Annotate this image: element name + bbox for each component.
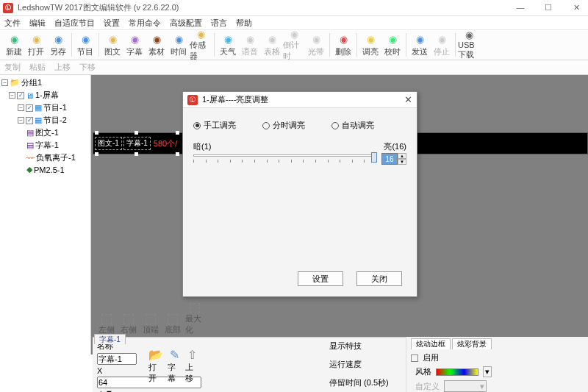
spin-up[interactable]: ▲: [398, 153, 406, 159]
tool-打开[interactable]: ◉打开: [25, 31, 47, 59]
preview-cell-1[interactable]: 图文-1: [95, 137, 122, 150]
tool-时间[interactable]: ◉时间: [168, 31, 190, 59]
brightness-dialog: Ⓛ 1-屏幕----亮度调整 ✕ 手工调亮 分时调亮 自动调亮 暗(1) 亮(1…: [182, 91, 417, 297]
menu-高级配置[interactable]: 高级配置: [170, 18, 202, 29]
close-button[interactable]: ✕: [567, 3, 585, 13]
tool-光带: ◉光带: [305, 31, 327, 59]
prop-name-input[interactable]: [97, 353, 137, 365]
tree-图文-1[interactable]: ▤ 图文-1: [1, 126, 89, 139]
menu-语言[interactable]: 语言: [211, 18, 227, 29]
dialog-icon: Ⓛ: [187, 95, 198, 105]
tool-表格: ◉表格: [261, 31, 283, 59]
align-顶端[interactable]: 顶端: [141, 314, 160, 335]
spin-down[interactable]: ▼: [398, 159, 406, 165]
window-title: LedshowTW 2017图文编辑软件 (v 22.6.22.0): [18, 2, 179, 13]
menu-设置[interactable]: 设置: [104, 18, 120, 29]
dialog-set-button[interactable]: 设置: [298, 271, 343, 286]
menu-文件[interactable]: 文件: [4, 18, 21, 29]
preview-text-red: 580个/: [154, 138, 177, 149]
tool-校时[interactable]: ◉校时: [381, 31, 404, 59]
open-button[interactable]: 打开: [148, 362, 163, 384]
align-右侧[interactable]: 右侧: [119, 314, 138, 335]
align-最大化[interactable]: 最大化: [185, 303, 204, 335]
tool-停止: ◉停止: [431, 31, 453, 59]
active-tab-label[interactable]: 字幕-1: [94, 334, 126, 344]
tool-素材[interactable]: ◉素材: [146, 31, 168, 59]
lbl-effect: 显示特技: [329, 341, 362, 352]
property-panel: 名称 X ▲▼ Y ▲▼ 宽度 ▲▼ 高度 ▲▼ 📂打开 ✎字幕 ⇧上移 显示特…: [93, 337, 406, 392]
tool-传感器[interactable]: ◉传感器: [190, 31, 212, 59]
menu-bar: 文件编辑自适应节目设置常用命令高级配置语言帮助: [0, 16, 588, 29]
style-preview[interactable]: [436, 368, 478, 376]
tool-另存[interactable]: ◉另存: [47, 31, 69, 59]
tree-1-屏幕[interactable]: −✓ 🖥 1-屏幕: [1, 89, 89, 101]
sub-上移[interactable]: 上移: [54, 62, 71, 73]
tool-字幕[interactable]: ◉字幕: [123, 31, 146, 59]
prop-x-label: X: [97, 366, 102, 375]
align-toolbar: 左侧右侧顶端底部最大化: [93, 315, 209, 335]
slider-min-label: 暗(1): [193, 141, 211, 152]
align-底部[interactable]: 底部: [163, 314, 182, 335]
sub-粘贴[interactable]: 粘贴: [29, 62, 46, 73]
main-toolbar: ◉新建◉打开◉另存◉节目◉图文◉字幕◉素材◉时间◉传感器◉天气◉语音◉表格◉倒计…: [0, 29, 588, 60]
slider-thumb[interactable]: [371, 152, 377, 163]
brightness-slider[interactable]: [193, 152, 377, 165]
tool-图文[interactable]: ◉图文: [101, 31, 123, 59]
align-左侧[interactable]: 左侧: [97, 314, 116, 335]
tree-字幕-1[interactable]: ▤ 字幕-1: [1, 139, 89, 152]
border-panel: 炫动边框 炫彩背景 启用 风格▾ 自定义▾ 边框特技 顺向转动▾ 移动步长 运行…: [406, 337, 588, 392]
tab-bg[interactable]: 炫彩背景: [452, 338, 492, 349]
tree-节目-2[interactable]: −✓ ▦ 节目-2: [1, 114, 89, 126]
tool-节目[interactable]: ◉节目: [74, 31, 96, 59]
menu-编辑[interactable]: 编辑: [29, 18, 46, 29]
title-bar: Ⓛ LedshowTW 2017图文编辑软件 (v 22.6.22.0) — ☐…: [0, 0, 588, 16]
tool-发送[interactable]: ◉发送: [409, 31, 431, 59]
tool-倒计时: ◉倒计时: [283, 31, 305, 59]
project-tree[interactable]: −📁 分组1−✓ 🖥 1-屏幕−✓ ▦ 节目-1−✓ ▦ 节目-2 ▤ 图文-1…: [0, 75, 91, 354]
subtitle-button[interactable]: 字幕: [168, 362, 181, 384]
tool-天气[interactable]: ◉天气: [217, 31, 239, 59]
sub-下移[interactable]: 下移: [79, 62, 96, 73]
dialog-close-button-2[interactable]: 关闭: [356, 271, 402, 286]
sub-复制[interactable]: 复制: [4, 62, 21, 73]
radio-timed[interactable]: [262, 122, 270, 129]
app-icon: Ⓛ: [3, 3, 13, 13]
lbl-speed: 运行速度: [329, 359, 362, 370]
slider-max-label: 亮(16): [384, 141, 406, 152]
dialog-title: 1-屏幕----亮度调整: [202, 94, 268, 105]
dialog-close-button[interactable]: ✕: [404, 94, 412, 105]
enable-checkbox[interactable]: [411, 354, 418, 362]
brightness-value-input[interactable]: [381, 153, 398, 165]
moveup-button[interactable]: 上移: [185, 362, 198, 384]
radio-manual[interactable]: [193, 122, 201, 129]
tool-语音: ◉语音: [239, 31, 261, 59]
lbl-stay: 停留时间 (0.5秒): [329, 377, 389, 388]
tree-PM2.5-1[interactable]: ◆ PM2.5-1: [1, 164, 89, 175]
preview-cell-2[interactable]: 字幕-1: [123, 137, 151, 150]
minimize-button[interactable]: —: [512, 3, 529, 13]
tool-新建[interactable]: ◉新建: [3, 31, 25, 59]
edit-toolbar: 复制粘贴上移下移: [0, 60, 588, 75]
tool-调亮[interactable]: ◉调亮: [359, 31, 381, 59]
tool-删除[interactable]: ◉删除: [332, 31, 354, 59]
menu-自适应节目[interactable]: 自适应节目: [54, 18, 95, 29]
menu-常用命令[interactable]: 常用命令: [129, 18, 161, 29]
menu-帮助[interactable]: 帮助: [236, 18, 252, 29]
tree-节目-1[interactable]: −✓ ▦ 节目-1: [1, 101, 89, 114]
radio-auto[interactable]: [331, 122, 339, 129]
tool-USB下载[interactable]: ◉USB下载: [458, 31, 480, 59]
maximize-button[interactable]: ☐: [539, 3, 557, 13]
tab-border[interactable]: 炫动边框: [411, 338, 451, 349]
tree-负氧离子-1[interactable]: 〰 负氧离子-1: [1, 152, 89, 164]
